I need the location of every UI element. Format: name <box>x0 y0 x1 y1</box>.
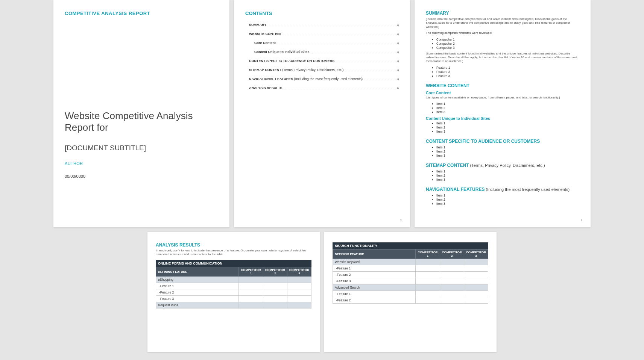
list-item: Item 2 <box>436 126 579 129</box>
list-item: Feature 3 <box>436 74 579 78</box>
cover-title: Website Competitive Analysis Report for <box>65 110 218 133</box>
toc-leader <box>336 61 396 61</box>
audience-heading: CONTENT SPECIFIC TO AUDIENCE OR CUSTOMER… <box>426 139 579 144</box>
toc-page: 3 <box>397 68 399 72</box>
table-cell <box>239 302 263 309</box>
list-item: Item 3 <box>436 110 579 114</box>
table-cell <box>440 284 464 291</box>
toc-label: WEBSITE CONTENT <box>249 32 282 36</box>
list-item: Item 1 <box>436 145 579 149</box>
competitor-list: Competitor 1Competitor 2Competitor 3 <box>426 38 579 50</box>
list-item: Item 3 <box>436 202 579 206</box>
analysis-table-search: DEFINING FEATURECOMPETITOR 1COMPETITOR 2… <box>333 249 488 304</box>
toc-note: (Terms, Privacy Policy, Disclaimers, Etc… <box>281 68 343 72</box>
table-cell <box>416 265 440 272</box>
table-cell <box>464 278 488 284</box>
nav-heading-note: (Including the most frequently used elem… <box>485 187 570 192</box>
table-cell <box>416 291 440 297</box>
list-item: Item 3 <box>436 154 579 157</box>
table-row: eShopping <box>156 277 311 283</box>
unique-item-list: Item 1Item 2Item 3 <box>426 121 579 133</box>
pages-row-2: ANALYSIS RESULTS In each cell, use Y for… <box>4 232 640 352</box>
table-cell <box>416 297 440 304</box>
summary-reviewed-line: The following competitor websites were r… <box>426 31 579 35</box>
table-cell <box>440 278 464 284</box>
table-cell-feature: -Feature 2 <box>156 289 239 296</box>
table-cell <box>416 259 440 265</box>
table-header: COMPETITOR 2 <box>263 267 287 277</box>
table-header: COMPETITOR 1 <box>239 267 263 277</box>
table-cell <box>440 259 464 265</box>
table-cell <box>287 283 311 289</box>
table-cell <box>263 283 287 289</box>
table-cell <box>440 272 464 278</box>
toc-entry: Core Content3 <box>245 41 399 45</box>
table-header: COMPETITOR 3 <box>287 267 311 277</box>
toc-page: 3 <box>397 32 399 36</box>
toc-page: 3 <box>397 77 399 81</box>
list-item: Competitor 3 <box>436 46 579 50</box>
table-header: COMPETITOR 1 <box>416 250 440 259</box>
toc-label: Content Unique to Individual Sites <box>254 50 310 54</box>
toc-entry: ANALYSIS RESULTS4 <box>245 86 399 90</box>
website-content-heading: WEBSITE CONTENT <box>426 83 579 88</box>
list-item: Item 1 <box>436 102 579 106</box>
toc-label: SUMMARY <box>249 23 266 27</box>
table-header: DEFINING FEATURE <box>156 267 239 277</box>
toc-leader <box>283 34 396 34</box>
list-item: Competitor 1 <box>436 38 579 41</box>
toc-entry: NAVIGATIONAL FEATURES (Including the mos… <box>245 77 399 81</box>
nav-heading: NAVIGATIONAL FEATURES (Including the mos… <box>426 187 579 192</box>
table-cell-feature: -Feature 2 <box>333 272 416 278</box>
list-item: Item 2 <box>436 106 579 110</box>
table-row: Request Pubs <box>156 302 311 309</box>
table-cell-feature: Advanced Search <box>333 284 416 291</box>
table-cell-feature: eShopping <box>156 277 239 283</box>
table-row: -Feature 1 <box>333 265 488 272</box>
table-group-online-forms: ONLINE FORMS AND COMMUNICATION <box>156 260 311 267</box>
toc-page: 4 <box>397 86 399 90</box>
unique-content-heading: Content Unique to Individual Sites <box>426 116 579 121</box>
table-cell <box>416 284 440 291</box>
toc-page: 3 <box>397 23 399 27</box>
table-cell-feature: -Feature 1 <box>156 283 239 289</box>
table-header: DEFINING FEATURE <box>333 250 416 259</box>
toc-leader <box>277 43 396 43</box>
list-item: Item 3 <box>436 130 579 133</box>
table-cell-feature: Website Keyword <box>333 259 416 265</box>
cover-date: 00/00/0000 <box>65 174 218 178</box>
nav-heading-label: NAVIGATIONAL FEATURES <box>426 187 485 192</box>
table-cell <box>464 272 488 278</box>
table-cell-feature: -Feature 2 <box>333 297 416 304</box>
table-cell <box>440 265 464 272</box>
table-cell-feature: Request Pubs <box>156 302 239 309</box>
sitemap-heading-note: (Terms, Privacy Policy, Disclaimers, Etc… <box>469 163 545 168</box>
feature-list: Feature 1Feature 2Feature 3 <box>426 66 579 78</box>
toc-leader <box>345 70 396 70</box>
list-item: Item 1 <box>436 194 579 197</box>
toc-entry: WEBSITE CONTENT3 <box>245 32 399 36</box>
table-cell <box>464 284 488 291</box>
list-item: Item 3 <box>436 178 579 182</box>
table-cell-feature: -Feature 1 <box>333 291 416 297</box>
toc-leader <box>311 52 396 52</box>
table-cell <box>239 296 263 302</box>
table-cell <box>464 265 488 272</box>
table-cell <box>239 289 263 296</box>
table-header: COMPETITOR 2 <box>440 250 464 259</box>
toc-page: 3 <box>397 59 399 63</box>
summary-intro: [Include who the competitive analysis wa… <box>426 17 579 29</box>
cover-author: AUTHOR <box>65 161 218 166</box>
table-cell-feature: -Feature 3 <box>333 278 416 284</box>
table-cell <box>464 259 488 265</box>
table-cell <box>440 297 464 304</box>
list-item: Item 1 <box>436 121 579 125</box>
list-item: Feature 1 <box>436 66 579 70</box>
toc-label: NAVIGATIONAL FEATURES (Including the mos… <box>249 77 363 81</box>
table-cell <box>287 289 311 296</box>
toc-page: 3 <box>397 41 399 45</box>
toc-leader <box>267 25 396 25</box>
contents-heading: CONTENTS <box>245 11 399 16</box>
page-cover: COMPETITIVE ANALYSIS REPORT Website Comp… <box>53 0 229 227</box>
table-row: Website Keyword <box>333 259 488 265</box>
